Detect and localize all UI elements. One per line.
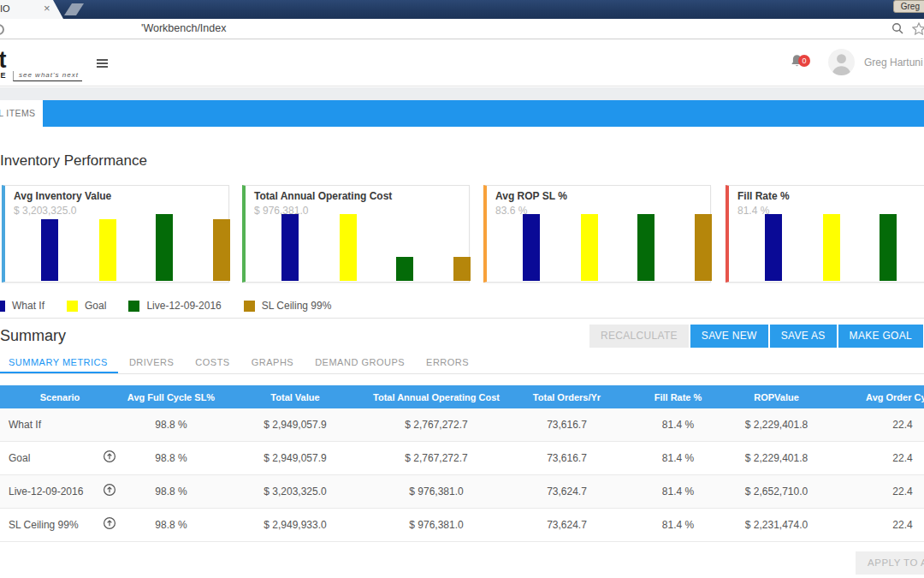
table-row[interactable]: SL Ceiling 99%98.8 %$ 2,949,933.0$ 976,3… (0, 509, 924, 542)
value-cell: 73,624.7 (505, 519, 629, 531)
tab-summary-metrics[interactable]: SUMMARY METRICS (9, 353, 108, 373)
value-cell: 98.8 % (120, 486, 222, 498)
divider (0, 318, 924, 319)
kpi-card: Avg Inventory Value$ 3,203,325.0 (2, 185, 229, 283)
summary-sub-tabs: SUMMARY METRICSDRIVERSCOSTSGRAPHSDEMAND … (0, 353, 924, 374)
page-title: Inventory Performance (0, 152, 147, 170)
value-cell: $ 2,231,474.0 (727, 519, 826, 531)
value-cell: $ 2,767,272.7 (368, 419, 505, 431)
browser-tab[interactable]: IO × (0, 0, 63, 19)
summary-title: Summary (0, 327, 66, 345)
app-logo: smart SOFTWARE see what's next (0, 49, 82, 81)
chart-bar (581, 214, 598, 281)
kpi-card-value: $ 3,203,325.0 (14, 205, 76, 217)
kpi-card: Avg ROP SL %83.6 % (483, 185, 711, 283)
browser-tab-title: IO (0, 3, 10, 14)
legend-item: Live-12-09-2016 (128, 300, 221, 312)
legend-item: SL Ceiling 99% (244, 300, 332, 312)
tab-errors[interactable]: ERRORS (426, 353, 469, 373)
value-cell: $ 976,381.0 (368, 486, 505, 498)
tab-costs[interactable]: COSTS (195, 353, 229, 373)
save-new-button[interactable]: SAVE NEW (690, 325, 768, 348)
kpi-card: Fill Rate %81.4 % (726, 185, 924, 283)
legend-label: SL Ceiling 99% (262, 300, 332, 312)
value-cell: 98.8 % (120, 452, 222, 464)
chart-bar (695, 214, 712, 281)
screen: IO × Greg 'Workbench/Index smart SOFTWAR… (0, 0, 924, 578)
table-row[interactable]: Goal98.8 %$ 2,949,057.9$ 2,767,272.773,6… (0, 442, 924, 475)
chart-bar (637, 214, 654, 281)
value-cell: $ 2,949,057.9 (222, 419, 368, 431)
column-header: Total Annual Operating Cost (368, 392, 505, 402)
chart-bar (340, 214, 357, 281)
recalculate-button[interactable]: RECALCULATE (589, 325, 689, 348)
promote-icon[interactable] (98, 450, 120, 467)
logo-software: SOFTWARE (0, 71, 8, 80)
table-row[interactable]: Live-12-09-201698.8 %$ 3,203,325.0$ 976,… (0, 475, 924, 509)
chart-bar (156, 214, 173, 281)
legend-swatch (244, 301, 255, 312)
hamburger-menu-icon[interactable] (97, 59, 108, 69)
user-avatar[interactable] (828, 49, 855, 75)
value-cell: $ 2,949,933.0 (222, 519, 368, 531)
chart-bar (396, 257, 413, 281)
app-header: smart SOFTWARE see what's next 0 Greg Ha… (0, 39, 924, 86)
legend-label: What If (12, 300, 44, 312)
tab-drivers[interactable]: DRIVERS (129, 353, 174, 373)
chart-bar (453, 257, 471, 281)
kpi-card-title: Avg ROP SL % (495, 190, 567, 202)
promote-icon[interactable] (98, 516, 120, 533)
legend-label: Goal (85, 300, 106, 312)
column-header: Avg Order Cycle (826, 392, 924, 402)
tab-demand-groups[interactable]: DEMAND GROUPS (315, 353, 405, 373)
promote-icon[interactable] (98, 483, 120, 500)
kpi-card: Total Annual Operating Cost$ 976,381.0 (242, 185, 470, 283)
new-tab-button[interactable] (64, 3, 84, 15)
value-cell: 73,616.7 (505, 419, 629, 431)
scenario-cell: What If (0, 419, 98, 431)
tab-all-items[interactable]: ALL ITEMS (0, 100, 43, 127)
legend-swatch (128, 301, 139, 312)
apply-to-all-button[interactable]: APPLY TO ALL (856, 551, 924, 575)
save-as-button[interactable]: SAVE AS (770, 325, 837, 348)
user-name[interactable]: Greg Hartuni (864, 39, 923, 86)
chart-bar (41, 219, 58, 281)
chart-bar (523, 214, 540, 281)
workbench-tab-strip: ALL ITEMS (0, 100, 924, 127)
search-icon[interactable] (891, 22, 903, 38)
value-cell: 81.4 % (629, 419, 727, 431)
person-icon (828, 49, 855, 75)
reload-icon[interactable] (0, 24, 4, 35)
value-cell: $ 2,949,057.9 (222, 452, 368, 464)
kpi-card-title: Avg Inventory Value (14, 190, 111, 202)
logo-name: smart (0, 49, 82, 71)
column-header: Scenario (0, 392, 120, 402)
value-cell: $ 2,229,401.8 (727, 419, 826, 431)
url-text: 'Workbench/Index (141, 19, 226, 39)
value-cell: 73,616.7 (505, 452, 629, 464)
legend-item: What If (0, 300, 44, 312)
bookmark-star-icon[interactable] (912, 22, 924, 39)
browser-profile-chip[interactable]: Greg (893, 0, 924, 13)
value-cell: $ 3,203,325.0 (222, 486, 368, 498)
make-goal-button[interactable]: MAKE GOAL (838, 325, 923, 348)
table-row[interactable]: What If98.8 %$ 2,949,057.9$ 2,767,272.77… (0, 408, 924, 442)
tab-close-icon[interactable]: × (44, 3, 50, 15)
tab-graphs[interactable]: GRAPHS (252, 353, 293, 373)
table-header-row: ScenarioAvg Full Cycle SL%Total ValueTot… (0, 385, 924, 408)
url-bar[interactable]: 'Workbench/Index (0, 19, 924, 39)
value-cell: 81.4 % (629, 452, 727, 464)
scenario-cell: SL Ceiling 99% (0, 519, 98, 531)
notification-badge: 0 (798, 55, 810, 67)
column-header: Fill Rate % (629, 392, 727, 402)
value-cell: 22.4 (826, 419, 924, 431)
kpi-card-title: Fill Rate % (737, 190, 790, 202)
value-cell: $ 976,381.0 (368, 519, 505, 531)
chart-legend: What IfGoalLive-12-09-2016SL Ceiling 99% (0, 300, 353, 312)
column-header: Total Orders/Yr (505, 392, 629, 402)
value-cell: 22.4 (826, 452, 924, 464)
chart-bar (281, 214, 299, 281)
value-cell: 81.4 % (629, 519, 727, 531)
chart-bar (880, 214, 897, 281)
notifications-button[interactable]: 0 (791, 54, 818, 73)
